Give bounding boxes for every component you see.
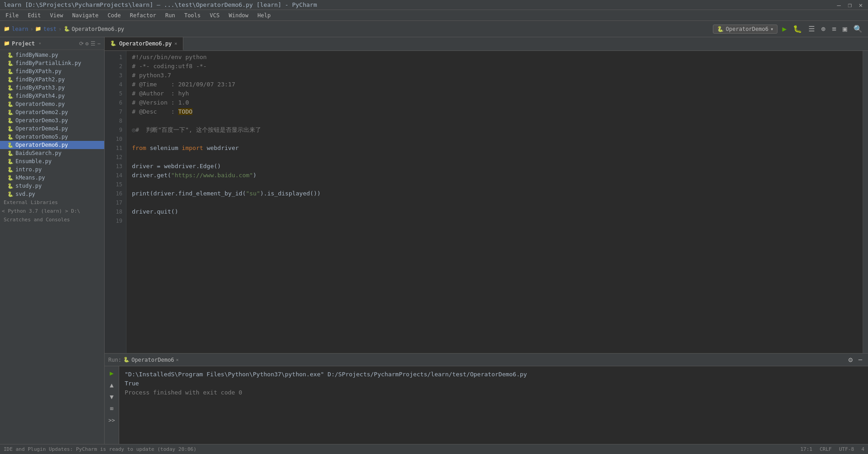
project-sync-icon[interactable]: ⟳ [79, 40, 84, 47]
tab-OperatorDemo6[interactable]: 🐍 OperatorDemo6.py ✕ [105, 37, 183, 50]
breadcrumb-file[interactable]: OperatorDemo6.py [72, 26, 125, 32]
run-panel-right: ⚙ − [847, 354, 864, 365]
code-line-17 [132, 198, 857, 207]
sidebar: 📁 Project ▾ ⟳ ⚙ ☰ − 🐍 findByName.py 🐍 fi… [0, 37, 105, 444]
status-position[interactable]: 17:1 [800, 446, 812, 452]
editor-tabs: 🐍 OperatorDemo6.py ✕ [105, 37, 868, 51]
menu-window[interactable]: Window [225, 11, 252, 20]
python-file-icon: 🐍 [7, 159, 14, 165]
file-item-intro[interactable]: 🐍 intro.py [0, 165, 104, 174]
run-tab-label: OperatorDemo6 [131, 357, 174, 363]
tab-close-icon[interactable]: ✕ [175, 41, 177, 46]
code-line-16: print(driver.find_element_by_id("su").is… [132, 189, 857, 198]
code-editor[interactable]: #!/usr/bin/env python # -*- coding:utf8 … [126, 51, 863, 353]
file-item-findByName[interactable]: 🐍 findByName.py [0, 51, 104, 59]
run-rerun-button[interactable]: ⊞ [107, 404, 117, 414]
run-tab-close-icon[interactable]: ✕ [176, 357, 179, 362]
project-collapse-icon[interactable]: − [97, 40, 101, 47]
file-item-OperatorDemo3[interactable]: 🐍 OperatorDemo3.py [0, 116, 104, 125]
file-item-OperatorDemo6[interactable]: 🐍 OperatorDemo6.py [0, 141, 104, 149]
run-button[interactable]: ▶ [780, 24, 788, 34]
debug-button[interactable]: 🐛 [791, 24, 804, 34]
file-item-OperatorDemo5[interactable]: 🐍 OperatorDemo5.py [0, 133, 104, 141]
file-item-OperatorDemo2[interactable]: 🐍 OperatorDemo2.py [0, 108, 104, 116]
breadcrumb-learn[interactable]: learn [12, 26, 28, 32]
code-line-7: # @Desc : TODO [132, 107, 857, 116]
scratches-label[interactable]: Scratches and Consoles [0, 215, 104, 224]
python-file-icon: 🐍 [7, 126, 14, 132]
code-line-15 [132, 180, 857, 189]
menu-view[interactable]: View [46, 11, 67, 20]
menu-help[interactable]: Help [254, 11, 274, 20]
file-item-findByXPath4[interactable]: 🐍 findByXPath4.py [0, 92, 104, 100]
run-panel-tabs: Run: 🐍 OperatorDemo6 ✕ ⚙ − [105, 354, 868, 366]
run-body: ▶ ▲ ▼ ⊞ >> "D:\InstalledS\Program Files\… [105, 366, 868, 444]
breadcrumb-test[interactable]: test [43, 26, 56, 32]
python-file-icon: 🐍 [7, 118, 14, 124]
code-line-13: driver = webdriver.Edge() [132, 162, 857, 171]
file-item-findByPartialLink[interactable]: 🐍 findByPartialLink.py [0, 59, 104, 67]
code-view[interactable]: 1 2 3 4 5 6 7 8 9 10 11 12 13 14 15 16 1… [105, 51, 868, 353]
run-play-button[interactable]: ▶ [107, 368, 117, 378]
python-interpreter-label: < Python 3.7 (learn) > D:\ [0, 207, 104, 215]
file-item-OperatorDemo[interactable]: 🐍 OperatorDemo.py [0, 100, 104, 108]
run-panel-close-icon[interactable]: − [856, 354, 864, 365]
python-file-icon: 🐍 [7, 85, 14, 91]
concurrency-button[interactable]: ≡ [830, 24, 838, 34]
status-bar: IDE and Plugin Updates: PyCharm is ready… [0, 444, 868, 454]
run-config-selector[interactable]: 🐍 OperatorDemo6 ▾ [713, 25, 777, 34]
project-layout-icon[interactable]: ☰ [91, 40, 96, 47]
menu-bar: File Edit View Navigate Code Refactor Ru… [0, 10, 868, 21]
file-item-kMeans[interactable]: 🐍 kMeans.py [0, 174, 104, 182]
project-header[interactable]: 📁 Project ▾ ⟳ ⚙ ☰ − [0, 37, 104, 50]
tab-label: OperatorDemo6.py [119, 40, 172, 47]
status-crlf[interactable]: CRLF [820, 446, 832, 452]
menu-file[interactable]: File [2, 11, 22, 20]
code-line-5: # @Author : hyh [132, 89, 857, 98]
file-item-findByXPath[interactable]: 🐍 findByXPath.py [0, 67, 104, 75]
file-item-findByXPath3[interactable]: 🐍 findByXPath3.py [0, 84, 104, 92]
code-line-3: # python3.7 [132, 71, 857, 80]
maximize-button[interactable]: ❐ [846, 1, 853, 9]
title-text: learn [D:\SProjects\PycharmProjects\lear… [4, 1, 317, 8]
project-gear-icon[interactable]: ⚙ [86, 40, 89, 47]
menu-navigate[interactable]: Navigate [69, 11, 102, 20]
run-down-button[interactable]: ▼ [107, 392, 117, 402]
run-up-button[interactable]: ▲ [107, 380, 117, 390]
code-line-11: from selenium import webdriver [132, 144, 857, 153]
file-item-study[interactable]: 🐍 study.py [0, 182, 104, 190]
code-line-8 [132, 116, 857, 125]
editor-area: 🐍 OperatorDemo6.py ✕ 1 2 3 4 5 6 7 8 9 1… [105, 37, 868, 444]
run-tab-OperatorDemo6[interactable]: 🐍 OperatorDemo6 ✕ [123, 357, 179, 363]
code-line-18: driver.quit() [132, 207, 857, 216]
menu-refactor[interactable]: Refactor [126, 11, 160, 20]
menu-code[interactable]: Code [104, 11, 125, 20]
menu-edit[interactable]: Edit [24, 11, 45, 20]
file-item-BaiduSearch[interactable]: 🐍 BaiduSearch.py [0, 149, 104, 157]
menu-run[interactable]: Run [161, 11, 179, 20]
project-label: Project [12, 40, 35, 47]
title-controls[interactable]: — ❐ ✕ [835, 1, 864, 9]
file-item-OperatorDemo4[interactable]: 🐍 OperatorDemo4.py [0, 125, 104, 133]
file-item-Ensumble[interactable]: 🐍 Ensumble.py [0, 157, 104, 165]
run-output: "D:\InstalledS\Program Files\Python\Pyth… [119, 366, 868, 444]
file-item-svd[interactable]: 🐍 svd.py [0, 190, 104, 198]
search-everywhere-button[interactable]: 🔍 [852, 24, 864, 34]
profile-button[interactable]: ⊕ [819, 24, 828, 34]
run-config-dropdown-icon[interactable]: ▾ [770, 26, 773, 32]
bookmark-button[interactable]: ▣ [841, 24, 849, 34]
external-libraries-label[interactable]: External Libraries [0, 198, 104, 207]
run-panel-left: Run: 🐍 OperatorDemo6 ✕ [108, 357, 179, 363]
python-file-icon: 🐍 [7, 93, 14, 99]
menu-vcs[interactable]: VCS [206, 11, 223, 20]
close-button[interactable]: ✕ [857, 1, 864, 9]
status-encoding[interactable]: UTF-8 [839, 446, 854, 452]
file-item-findByXPath2[interactable]: 🐍 findByXPath2.py [0, 75, 104, 84]
coverage-button[interactable]: ☰ [807, 24, 817, 34]
minimize-button[interactable]: — [835, 1, 843, 9]
status-notification[interactable]: IDE and Plugin Updates: PyCharm is ready… [4, 446, 197, 452]
run-panel-settings-icon[interactable]: ⚙ [847, 354, 855, 365]
python-file-icon: 🐍 [7, 110, 14, 115]
run-more-button[interactable]: >> [107, 415, 117, 425]
menu-tools[interactable]: Tools [181, 11, 204, 20]
